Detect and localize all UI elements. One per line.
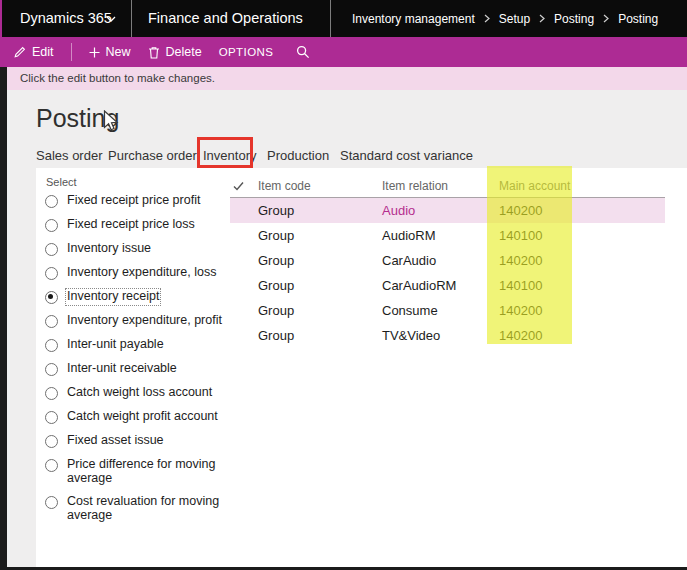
cell-item-relation: AudioRM	[380, 228, 497, 243]
cell-item-relation: Audio	[380, 203, 497, 218]
chevron-right-icon	[603, 14, 609, 23]
radio-button[interactable]	[45, 459, 58, 472]
cell-main-account: 140200	[497, 253, 665, 268]
plus-icon	[89, 47, 100, 58]
top-navigation-bar: Dynamics 365 Finance and Operations Inve…	[0, 0, 687, 37]
collapsed-nav-strip[interactable]	[0, 67, 7, 567]
tab-purchase-order[interactable]: Purchase order	[108, 148, 197, 163]
cell-main-account: 140200	[497, 203, 665, 218]
radio-button[interactable]	[45, 387, 58, 400]
topbar-divider	[330, 0, 331, 37]
column-header-item-code[interactable]: Item code	[256, 179, 380, 193]
radio-button[interactable]	[45, 339, 58, 352]
d365-posting-screen: Dynamics 365 Finance and Operations Inve…	[0, 0, 687, 570]
tab-production[interactable]: Production	[267, 148, 329, 163]
column-header-item-relation[interactable]: Item relation	[380, 179, 497, 193]
posting-accounts-grid: Item code Item relation Main account Gro…	[230, 174, 665, 348]
table-row[interactable]: Group TV&Video 140200	[230, 323, 665, 348]
delete-button[interactable]: Delete	[148, 45, 202, 59]
message-bar: Click the edit button to make changes.	[7, 67, 687, 90]
table-row[interactable]: Group Audio 140200	[230, 198, 665, 223]
select-group-label: Select	[46, 176, 77, 188]
search-icon	[296, 45, 310, 59]
cell-item-code: Group	[256, 203, 380, 218]
cell-main-account: 140100	[497, 228, 665, 243]
pencil-icon	[13, 46, 26, 59]
search-button[interactable]	[296, 45, 310, 59]
message-bar-text: Click the edit button to make changes.	[20, 72, 215, 84]
radio-button[interactable]	[45, 411, 58, 424]
cell-main-account: 140100	[497, 278, 665, 293]
radio-catch-weight-profit-account[interactable]: Catch weight profit account	[45, 410, 240, 424]
left-accent-sliver	[0, 0, 2, 37]
command-bar-divider	[71, 43, 72, 61]
radio-button[interactable]	[45, 435, 58, 448]
cell-item-code: Group	[256, 278, 380, 293]
app-switcher[interactable]: Dynamics 365	[20, 0, 112, 37]
topbar-divider	[131, 0, 132, 37]
radio-inventory-issue[interactable]: Inventory issue	[45, 242, 240, 256]
radio-fixed-receipt-price-profit[interactable]: Fixed receipt price profit	[45, 194, 240, 208]
radio-button[interactable]	[45, 363, 58, 376]
radio-price-difference-moving-average[interactable]: Price difference for moving average	[45, 458, 240, 485]
radio-button[interactable]	[45, 219, 58, 232]
radio-inventory-expenditure-loss[interactable]: Inventory expenditure, loss	[45, 266, 240, 280]
cell-item-relation: CarAudioRM	[380, 278, 497, 293]
product-name-link[interactable]: Finance and Operations	[148, 0, 303, 37]
radio-inventory-expenditure-profit[interactable]: Inventory expenditure, profit	[45, 314, 240, 328]
tab-sales-order[interactable]: Sales order	[36, 148, 102, 163]
breadcrumb-posting-page[interactable]: Posting	[618, 12, 658, 26]
radio-fixed-receipt-price-loss[interactable]: Fixed receipt price loss	[45, 218, 240, 232]
tab-standard-cost-variance[interactable]: Standard cost variance	[340, 148, 473, 163]
cell-item-code: Group	[256, 253, 380, 268]
new-button[interactable]: New	[89, 45, 131, 59]
radio-button[interactable]	[45, 496, 58, 509]
chevron-right-icon	[539, 14, 545, 23]
cell-main-account: 140200	[497, 303, 665, 318]
chevron-down-icon[interactable]	[106, 16, 116, 22]
inventory-tab-annotation-box	[197, 137, 253, 168]
checkmark-icon	[230, 181, 256, 191]
radio-button[interactable]	[45, 315, 58, 328]
table-row[interactable]: Group AudioRM 140100	[230, 223, 665, 248]
trash-icon	[148, 46, 160, 59]
radio-inter-unit-payable[interactable]: Inter-unit payable	[45, 338, 240, 352]
mouse-cursor-icon	[103, 110, 120, 132]
radio-inter-unit-receivable[interactable]: Inter-unit receivable	[45, 362, 240, 376]
command-bar: Edit New Delete OPTIONS	[0, 37, 687, 67]
grid-header-row: Item code Item relation Main account	[230, 174, 665, 198]
table-row[interactable]: Group CarAudio 140200	[230, 248, 665, 273]
radio-button[interactable]	[45, 267, 58, 280]
radio-button[interactable]	[45, 195, 58, 208]
cell-item-code: Group	[256, 228, 380, 243]
cell-item-relation: CarAudio	[380, 253, 497, 268]
cell-item-relation: TV&Video	[380, 328, 497, 343]
table-row[interactable]: Group CarAudioRM 140100	[230, 273, 665, 298]
radio-button-selected[interactable]	[45, 291, 58, 304]
cell-main-account: 140200	[497, 328, 665, 343]
radio-inventory-receipt[interactable]: Inventory receipt	[45, 290, 240, 304]
radio-button[interactable]	[45, 243, 58, 256]
breadcrumb: Inventory management Setup Posting Posti…	[352, 0, 658, 37]
cell-item-code: Group	[256, 328, 380, 343]
radio-catch-weight-loss-account[interactable]: Catch weight loss account	[45, 386, 240, 400]
breadcrumb-posting-group[interactable]: Posting	[554, 12, 594, 26]
edit-button[interactable]: Edit	[13, 45, 54, 59]
radio-cost-revaluation-moving-average[interactable]: Cost revaluation for moving average	[45, 495, 240, 522]
chevron-right-icon	[484, 14, 490, 23]
column-header-main-account[interactable]: Main account	[497, 179, 665, 193]
radio-fixed-asset-issue[interactable]: Fixed asset issue	[45, 434, 240, 448]
posting-type-radio-list: Fixed receipt price profit Fixed receipt…	[45, 194, 240, 532]
cell-item-relation: Consume	[380, 303, 497, 318]
options-menu-button[interactable]: OPTIONS	[219, 46, 274, 58]
breadcrumb-module[interactable]: Inventory management	[352, 12, 475, 26]
cell-item-code: Group	[256, 303, 380, 318]
breadcrumb-setup[interactable]: Setup	[499, 12, 530, 26]
table-row[interactable]: Group Consume 140200	[230, 298, 665, 323]
posting-form-panel: Select Fixed receipt price profit Fixed …	[36, 168, 687, 567]
